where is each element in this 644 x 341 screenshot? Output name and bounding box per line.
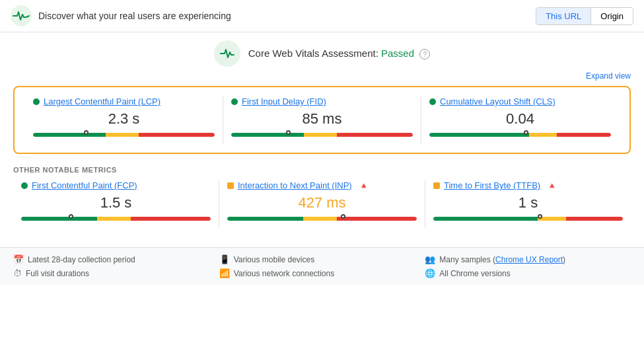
fid-bar [231, 133, 413, 137]
people-icon: 👥 [425, 254, 435, 264]
fcp-value: 1.5 s [21, 194, 211, 211]
metric-fid-label: First Input Delay (FID) [231, 96, 413, 106]
metric-lcp: Largest Contentful Paint (LCP) 2.3 s [25, 96, 223, 143]
ttfb-needle-dot [538, 214, 542, 219]
network-icon: 📶 [219, 268, 230, 278]
ttfb-needle-container [433, 217, 623, 221]
inp-needle-dot [341, 214, 345, 219]
header-title: Discover what your real users are experi… [38, 11, 231, 21]
cls-value: 0.04 [429, 110, 611, 128]
heartbeat-icon [11, 5, 32, 26]
chrome-ux-link[interactable]: Chrome UX Report [495, 255, 563, 264]
fid-needle-container [231, 133, 413, 137]
inp-value: 427 ms [227, 194, 417, 211]
footer-chrome-versions: 🌐 All Chrome versions [425, 268, 631, 278]
footer-mobile-devices: 📱 Various mobile devices [219, 254, 425, 264]
fcp-bar [21, 217, 211, 221]
assessment-icon [214, 40, 240, 67]
assessment-label: Core Web Vitals Assessment: Passed ? [248, 48, 430, 60]
ttfb-value: 1 s [433, 194, 623, 211]
assessment-row: Core Web Vitals Assessment: Passed ? [13, 40, 631, 67]
footer-visit-text: Full visit durations [26, 269, 89, 278]
core-metrics-box: Largest Contentful Paint (LCP) 2.3 s [13, 86, 631, 154]
cls-needle [524, 132, 528, 135]
expand-row: Expand view [13, 71, 631, 81]
footer-network-text: Various network connections [234, 269, 335, 278]
lcp-needle-dot [84, 130, 89, 135]
metric-inp-label: Interaction to Next Paint (INP) 🔺 [227, 180, 417, 190]
lcp-needle [84, 132, 89, 135]
timer-icon: ⏱ [13, 268, 22, 278]
footer-visit-durations: ⏱ Full visit durations [13, 268, 219, 278]
metric-fid: First Input Delay (FID) 85 ms [223, 96, 421, 143]
chrome-icon: 🌐 [425, 268, 435, 278]
metric-cls-label: Cumulative Layout Shift (CLS) [429, 96, 611, 106]
cls-needle-container [429, 133, 611, 137]
other-metrics-row: First Contentful Paint (FCP) 1.5 s [13, 180, 631, 227]
metric-ttfb-label: Time to First Byte (TTFB) 🔺 [433, 180, 623, 190]
assessment-info-icon[interactable]: ? [419, 49, 430, 59]
cls-dot [429, 98, 436, 105]
footer-mobile-text: Various mobile devices [234, 255, 315, 264]
tab-origin[interactable]: Origin [591, 8, 633, 24]
metric-ttfb: Time to First Byte (TTFB) 🔺 1 s [425, 180, 631, 227]
lcp-value: 2.3 s [33, 110, 215, 128]
inp-name[interactable]: Interaction to Next Paint (INP) [238, 180, 352, 190]
main-content: Core Web Vitals Assessment: Passed ? Exp… [0, 32, 644, 247]
lcp-needle-container [33, 133, 215, 137]
fcp-needle-container [21, 217, 211, 221]
mobile-icon: 📱 [219, 254, 230, 264]
expand-link[interactable]: Expand view [586, 71, 631, 81]
footer-chrome-text: All Chrome versions [439, 269, 510, 278]
inp-flag-icon: 🔺 [359, 181, 369, 190]
fcp-needle-dot [69, 214, 73, 219]
metric-cls: Cumulative Layout Shift (CLS) 0.04 [421, 96, 619, 143]
fid-needle-dot [286, 130, 291, 135]
footer-col-1: 📅 Latest 28-day collection period ⏱ Full… [13, 254, 219, 278]
lcp-name[interactable]: Largest Contentful Paint (LCP) [44, 96, 161, 106]
page-wrapper: Discover what your real users are experi… [0, 0, 644, 285]
fid-name[interactable]: First Input Delay (FID) [242, 96, 326, 106]
inp-needle-container [227, 217, 417, 221]
footer-collection-period: 📅 Latest 28-day collection period [13, 254, 219, 264]
footer-col-2: 📱 Various mobile devices 📶 Various netwo… [219, 254, 425, 278]
other-section-label: OTHER NOTABLE METRICS [13, 166, 631, 174]
footer-info: 📅 Latest 28-day collection period ⏱ Full… [0, 247, 644, 285]
cls-bar [429, 133, 611, 137]
footer-samples-text: Many samples (Chrome UX Report) [439, 255, 565, 264]
ttfb-name[interactable]: Time to First Byte (TTFB) [444, 180, 540, 190]
cls-name[interactable]: Cumulative Layout Shift (CLS) [440, 96, 555, 106]
metric-fcp-label: First Contentful Paint (FCP) [21, 180, 211, 190]
footer-collection-text: Latest 28-day collection period [28, 255, 135, 264]
header: Discover what your real users are experi… [0, 0, 644, 32]
fcp-name[interactable]: First Contentful Paint (FCP) [32, 180, 137, 190]
calendar-icon: 📅 [13, 254, 24, 264]
ttfb-dot [433, 182, 440, 189]
inp-dot [227, 182, 234, 189]
fid-needle [286, 132, 291, 135]
lcp-bar [33, 133, 215, 137]
fid-dot [231, 98, 238, 105]
inp-bar [227, 217, 417, 221]
metric-fcp: First Contentful Paint (FCP) 1.5 s [13, 180, 219, 227]
tab-group: This URL Origin [536, 7, 633, 25]
footer-col-3: 👥 Many samples (Chrome UX Report) 🌐 All … [425, 254, 631, 278]
metric-inp: Interaction to Next Paint (INP) 🔺 427 ms [219, 180, 425, 227]
ttfb-needle [538, 215, 542, 219]
header-left: Discover what your real users are experi… [11, 5, 231, 26]
tab-this-url[interactable]: This URL [536, 8, 591, 24]
lcp-dot [33, 98, 40, 105]
footer-network: 📶 Various network connections [219, 268, 425, 278]
metric-lcp-label: Largest Contentful Paint (LCP) [33, 96, 215, 106]
ttfb-flag-icon: 🔺 [547, 181, 557, 190]
fcp-dot [21, 182, 28, 189]
inp-needle [341, 215, 345, 219]
footer-samples: 👥 Many samples (Chrome UX Report) [425, 254, 631, 264]
fid-value: 85 ms [231, 110, 413, 128]
cls-needle-dot [524, 130, 528, 135]
assessment-status: Passed [381, 48, 414, 59]
fcp-needle [69, 215, 73, 219]
ttfb-bar [433, 217, 623, 221]
